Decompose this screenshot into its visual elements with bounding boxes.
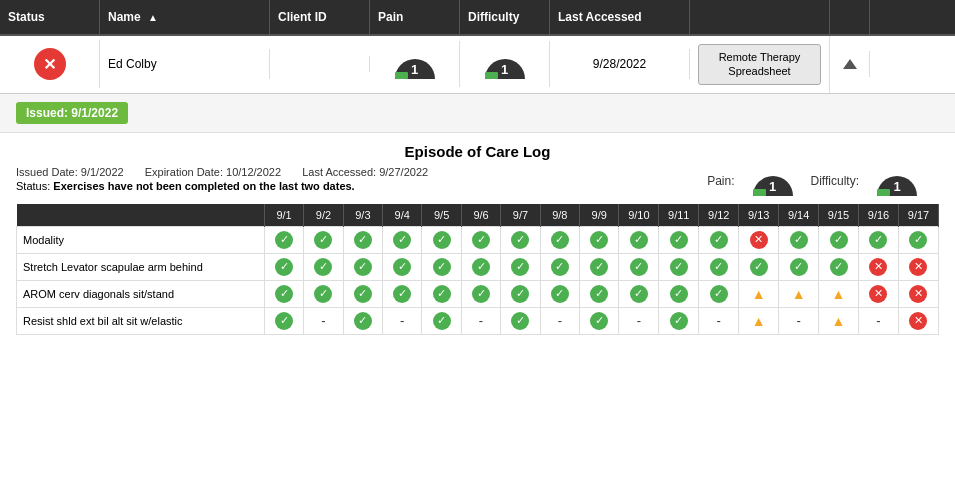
check-icon: ✓ xyxy=(472,285,490,303)
remote-therapy-button[interactable]: Remote Therapy Spreadsheet xyxy=(698,44,821,85)
x-icon: ✕ xyxy=(909,258,927,276)
exercise-cell: ✓ xyxy=(422,280,461,307)
exercise-name: AROM cerv diagonals sit/stand xyxy=(17,280,265,307)
date-col-header: 9/3 xyxy=(343,204,382,227)
exercise-cell: ✓ xyxy=(580,253,619,280)
exercise-cell: ✓ xyxy=(383,280,422,307)
exercise-cell: ✓ xyxy=(304,280,343,307)
check-icon: ✓ xyxy=(869,231,887,249)
exercise-cell: ✓ xyxy=(739,253,779,280)
eoc-last-accessed: Last Accessed: 9/27/2022 xyxy=(302,166,428,178)
exercise-cell: ✓ xyxy=(699,280,739,307)
issued-badge: Issued: 9/1/2022 xyxy=(16,102,128,124)
eoc-difficulty-label: Difficulty: xyxy=(811,174,859,188)
expand-cell[interactable] xyxy=(830,51,870,77)
eoc-pain-gauge: 1 xyxy=(751,166,795,196)
status-error-icon: ✕ xyxy=(34,48,66,80)
date-col-header: 9/9 xyxy=(580,204,619,227)
exercise-cell: ✓ xyxy=(461,226,500,253)
exercise-name: Modality xyxy=(17,226,265,253)
exercise-cell: ✓ xyxy=(501,280,540,307)
check-icon: ✓ xyxy=(830,231,848,249)
date-col-header: 9/7 xyxy=(501,204,540,227)
eoc-meta-dates: Issued Date: 9/1/2022 Expiration Date: 1… xyxy=(16,166,446,178)
eoc-issued-date: Issued Date: 9/1/2022 xyxy=(16,166,124,178)
date-col-header: 9/4 xyxy=(383,204,422,227)
check-icon: ✓ xyxy=(750,258,768,276)
check-icon: ✓ xyxy=(710,285,728,303)
check-icon: ✓ xyxy=(909,231,927,249)
check-icon: ✓ xyxy=(670,258,688,276)
check-icon: ✓ xyxy=(710,258,728,276)
check-icon: ✓ xyxy=(511,312,529,330)
exercise-cell: ▲ xyxy=(739,307,779,334)
exercise-cell: ✓ xyxy=(461,253,500,280)
date-col-header: 9/8 xyxy=(540,204,579,227)
exercise-cell: ✓ xyxy=(264,226,303,253)
exercise-cell: ✓ xyxy=(659,280,699,307)
exercise-cell: ✓ xyxy=(264,307,303,334)
exercise-cell: ✓ xyxy=(659,307,699,334)
header-pain: Pain xyxy=(370,0,460,34)
exercise-cell: ✕ xyxy=(739,226,779,253)
exercise-body: Modality✓✓✓✓✓✓✓✓✓✓✓✓✕✓✓✓✓Stretch Levator… xyxy=(17,226,939,334)
exercise-cell: ✓ xyxy=(540,253,579,280)
exercise-cell: ✓ xyxy=(422,307,461,334)
header-status: Status xyxy=(0,0,100,34)
expand-arrow-icon[interactable] xyxy=(843,59,857,69)
exercise-cell: ✓ xyxy=(819,253,859,280)
exercise-grid: 9/19/29/39/49/59/69/79/89/99/109/119/129… xyxy=(16,204,939,335)
exercise-cell: ✓ xyxy=(898,226,938,253)
exercise-cell: ✕ xyxy=(898,253,938,280)
date-col-header: 9/10 xyxy=(619,204,659,227)
patient-name-cell: Ed Colby xyxy=(100,49,270,79)
exercise-cell: ✓ xyxy=(304,253,343,280)
pain-value: 1 xyxy=(393,62,437,77)
x-icon: ✕ xyxy=(750,231,768,249)
check-icon: ✓ xyxy=(354,285,372,303)
dash-value: - xyxy=(400,313,404,328)
remote-therapy-cell[interactable]: Remote Therapy Spreadsheet xyxy=(690,36,830,93)
exercise-cell: ✓ xyxy=(580,226,619,253)
exercise-cell: ✓ xyxy=(540,226,579,253)
eoc-expiration-date: Expiration Date: 10/12/2022 xyxy=(145,166,281,178)
patient-name: Ed Colby xyxy=(108,57,157,71)
exercise-cell: ✓ xyxy=(264,253,303,280)
last-accessed-value: 9/28/2022 xyxy=(593,57,646,71)
check-icon: ✓ xyxy=(590,258,608,276)
check-icon: ✓ xyxy=(433,312,451,330)
table-header: Status Name ▲ Client ID Pain Difficulty … xyxy=(0,0,955,36)
date-col-header: 9/1 xyxy=(264,204,303,227)
check-icon: ✓ xyxy=(433,285,451,303)
patient-row: ✕ Ed Colby 1 1 9/28/2022 Remote Therapy … xyxy=(0,36,955,94)
exercise-cell: ✓ xyxy=(422,253,461,280)
check-icon: ✓ xyxy=(670,312,688,330)
exercise-col-header xyxy=(17,204,265,227)
check-icon: ✓ xyxy=(433,258,451,276)
check-icon: ✓ xyxy=(710,231,728,249)
exercise-cell: ✓ xyxy=(501,307,540,334)
exercise-cell: ▲ xyxy=(819,280,859,307)
warning-icon: ▲ xyxy=(830,285,848,303)
exercise-cell: - xyxy=(540,307,579,334)
dash-value: - xyxy=(876,313,880,328)
difficulty-gauge: 1 xyxy=(483,49,527,79)
exercise-cell: ✓ xyxy=(699,253,739,280)
date-col-header: 9/15 xyxy=(819,204,859,227)
exercise-cell: ▲ xyxy=(819,307,859,334)
check-icon: ✓ xyxy=(275,312,293,330)
header-last-accessed: Last Accessed xyxy=(550,0,690,34)
exercise-cell: ✓ xyxy=(383,226,422,253)
check-icon: ✓ xyxy=(551,258,569,276)
issued-bar: Issued: 9/1/2022 xyxy=(0,94,955,133)
check-icon: ✓ xyxy=(354,231,372,249)
eoc-status-label: Status: xyxy=(16,180,50,192)
x-icon: ✕ xyxy=(909,285,927,303)
difficulty-cell: 1 xyxy=(460,41,550,87)
check-icon: ✓ xyxy=(275,258,293,276)
exercise-cell: ✓ xyxy=(819,226,859,253)
exercise-cell: ✓ xyxy=(619,253,659,280)
check-icon: ✓ xyxy=(830,258,848,276)
sort-arrow-icon[interactable]: ▲ xyxy=(148,12,158,23)
eoc-section: Episode of Care Log Issued Date: 9/1/202… xyxy=(0,133,955,335)
